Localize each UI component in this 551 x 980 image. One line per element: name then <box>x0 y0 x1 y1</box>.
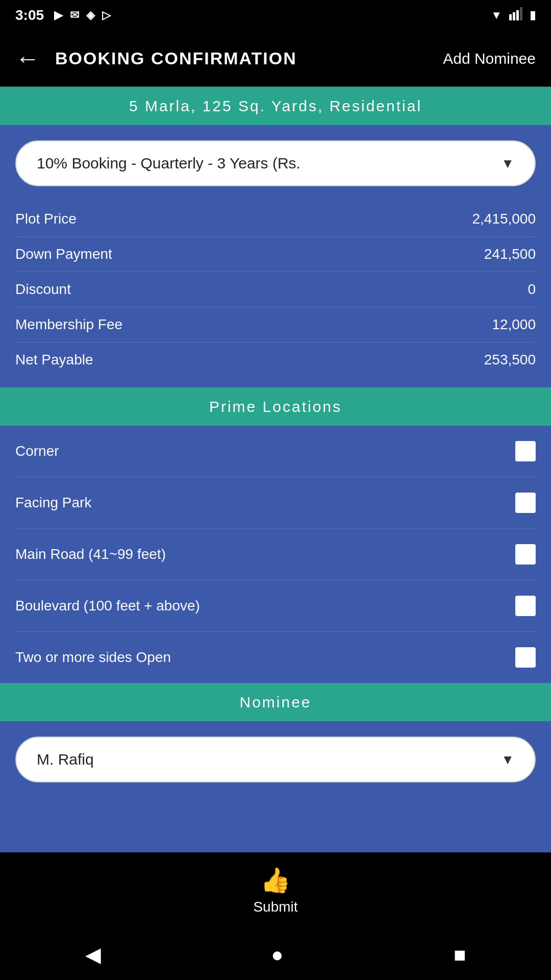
booking-dropdown-arrow: ▼ <box>501 156 514 172</box>
nav-bar: ← BOOKING CONFIRMATION Add Nominee <box>0 31 551 87</box>
mail-icon: ✉ <box>70 9 79 22</box>
bottom-navigation: ◀ ● ■ <box>0 929 551 980</box>
home-nav-button[interactable]: ● <box>271 943 283 966</box>
svg-rect-0 <box>509 14 512 20</box>
booking-dropdown-wrapper: 10% Booking - Quarterly - 3 Years (Rs. ▼ <box>0 125 551 197</box>
main-scroll: 5 Marla, 125 Sq. Yards, Residential 10% … <box>0 87 551 852</box>
checkbox-row-two-sides: Two or more sides Open <box>15 632 536 683</box>
submit-label: Submit <box>253 899 297 915</box>
back-nav-button[interactable]: ◀ <box>85 943 101 966</box>
booking-plan-value: 10% Booking - Quarterly - 3 Years (Rs. <box>37 155 501 172</box>
boulevard-checkbox[interactable] <box>515 596 536 616</box>
down-payment-label: Down Payment <box>15 246 112 262</box>
checkbox-row-facing-park: Facing Park <box>15 477 536 529</box>
prime-locations-title: Prime Locations <box>209 398 342 415</box>
submit-bar[interactable]: 👍 Submit <box>0 852 551 929</box>
nominee-value: M. Rafiq <box>37 751 501 768</box>
net-payable-label: Net Payable <box>15 352 93 368</box>
prime-locations-header: Prime Locations <box>0 387 551 426</box>
discount-value: 0 <box>528 281 536 298</box>
bottom-spacer <box>0 793 551 852</box>
price-row-plot: Plot Price 2,415,000 <box>15 202 536 237</box>
back-button[interactable]: ← <box>15 44 40 72</box>
booking-plan-dropdown[interactable]: 10% Booking - Quarterly - 3 Years (Rs. ▼ <box>15 140 536 186</box>
checkbox-row-main-road: Main Road (41~99 feet) <box>15 529 536 580</box>
facing-park-label: Facing Park <box>15 495 91 511</box>
status-bar: 3:05 ▶ ✉ ◈ ▷ ▼ ▮ <box>0 0 551 31</box>
main-road-label: Main Road (41~99 feet) <box>15 546 166 562</box>
status-icons: ▶ ✉ ◈ ▷ <box>54 9 111 22</box>
property-title: 5 Marla, 125 Sq. Yards, Residential <box>129 97 422 115</box>
battery-icon: ▮ <box>530 9 536 22</box>
drive-icon: ◈ <box>86 9 95 22</box>
svg-rect-3 <box>520 7 522 20</box>
discount-label: Discount <box>15 281 71 298</box>
price-row-net: Net Payable 253,500 <box>15 342 536 377</box>
signal-icon <box>509 7 522 23</box>
nominee-dropdown-wrapper: M. Rafiq ▼ <box>0 721 551 793</box>
nominee-dropdown[interactable]: M. Rafiq ▼ <box>15 737 536 782</box>
main-road-checkbox[interactable] <box>515 544 536 565</box>
facing-park-checkbox[interactable] <box>515 493 536 513</box>
price-row-discount: Discount 0 <box>15 272 536 307</box>
status-right-icons: ▼ ▮ <box>491 7 536 23</box>
two-sides-label: Two or more sides Open <box>15 649 171 666</box>
add-nominee-button[interactable]: Add Nominee <box>443 50 536 67</box>
price-row-membership: Membership Fee 12,000 <box>15 307 536 342</box>
corner-checkbox[interactable] <box>515 441 536 461</box>
svg-rect-2 <box>516 10 519 20</box>
nominee-section-title: Nominee <box>239 694 311 711</box>
net-payable-value: 253,500 <box>484 352 536 368</box>
checkbox-row-corner: Corner <box>15 426 536 477</box>
plot-price-label: Plot Price <box>15 211 77 227</box>
price-table: Plot Price 2,415,000 Down Payment 241,50… <box>0 197 551 387</box>
nominee-section-header: Nominee <box>0 683 551 721</box>
down-payment-value: 241,500 <box>484 246 536 262</box>
price-row-down: Down Payment 241,500 <box>15 237 536 272</box>
membership-fee-label: Membership Fee <box>15 316 122 333</box>
prime-locations-list: Corner Facing Park Main Road (41~99 feet… <box>0 426 551 683</box>
boulevard-label: Boulevard (100 feet + above) <box>15 598 200 614</box>
checkbox-row-boulevard: Boulevard (100 feet + above) <box>15 580 536 632</box>
status-time: 3:05 <box>15 7 44 23</box>
wifi-icon: ▼ <box>491 9 502 22</box>
recents-nav-button[interactable]: ■ <box>454 943 466 966</box>
youtube-icon: ▶ <box>54 9 63 22</box>
property-header: 5 Marla, 125 Sq. Yards, Residential <box>0 87 551 125</box>
two-sides-checkbox[interactable] <box>515 647 536 668</box>
membership-fee-value: 12,000 <box>492 316 536 333</box>
nominee-dropdown-arrow: ▼ <box>501 752 514 768</box>
svg-rect-1 <box>513 12 515 20</box>
submit-thumbs-up-icon: 👍 <box>260 866 291 895</box>
page-title: BOOKING CONFIRMATION <box>55 48 443 68</box>
plot-price-value: 2,415,000 <box>472 211 536 227</box>
play-icon: ▷ <box>102 9 111 22</box>
corner-label: Corner <box>15 443 59 459</box>
